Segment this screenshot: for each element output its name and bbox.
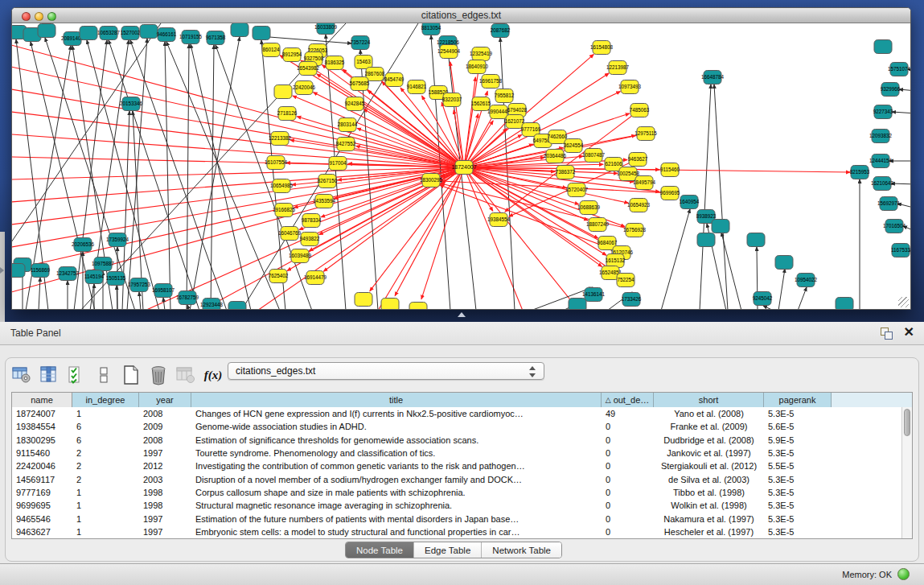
node-shape[interactable] bbox=[381, 299, 399, 310]
graph-node-teal[interactable] bbox=[569, 299, 586, 310]
graph-node-teal[interactable]: 16648784 bbox=[701, 71, 725, 84]
graph-node-yellow[interactable]: 10654923 bbox=[627, 199, 651, 212]
graph-node-teal[interactable]: 12342757 bbox=[56, 267, 80, 281]
node-shape[interactable] bbox=[140, 25, 158, 39]
graph-node-teal[interactable]: 1167533 bbox=[891, 244, 910, 257]
graph-node-yellow[interactable]: 8267150 bbox=[318, 175, 338, 188]
graph-node-teal[interactable]: 1145194 bbox=[84, 270, 105, 284]
graph-node-yellow[interactable]: 16756928 bbox=[623, 224, 647, 237]
graph-node-teal[interactable] bbox=[836, 298, 853, 310]
graph-node-yellow[interactable]: 12325419 bbox=[470, 47, 493, 61]
float-panel-icon[interactable] bbox=[881, 328, 892, 339]
graph-node-yellow[interactable] bbox=[274, 85, 292, 99]
graph-node-teal[interactable]: 15751074 bbox=[888, 63, 910, 76]
graph-node-teal[interactable]: 8215953 bbox=[850, 166, 870, 179]
table-row[interactable]: 1872400712008Changes of HCN gene express… bbox=[12, 407, 902, 420]
graph-node-yellow[interactable]: 16046769 bbox=[278, 227, 302, 241]
graph-node-teal[interactable]: 16033809 bbox=[314, 23, 338, 35]
graph-node-yellow[interactable]: 15463 bbox=[355, 56, 372, 69]
node-shape[interactable] bbox=[775, 256, 793, 270]
graph-node-yellow[interactable]: 860124 bbox=[262, 43, 280, 57]
graph-node-teal[interactable]: 17359924 bbox=[106, 233, 129, 247]
graph-node-yellow[interactable]: 10654985 bbox=[270, 179, 294, 193]
graph-node-teal[interactable] bbox=[747, 233, 765, 247]
graph-node-teal[interactable]: 1505135 bbox=[106, 272, 126, 286]
graph-node-teal[interactable]: 9466161 bbox=[157, 28, 177, 42]
graph-node-yellow[interactable]: 18807249 bbox=[586, 218, 610, 232]
select-rows-icon[interactable] bbox=[64, 363, 88, 387]
node-shape[interactable] bbox=[231, 23, 248, 37]
node-shape[interactable] bbox=[836, 298, 853, 310]
node-shape[interactable] bbox=[38, 24, 55, 38]
node-shape[interactable] bbox=[697, 233, 715, 247]
graph-node-yellow[interactable] bbox=[381, 299, 399, 310]
graph-node-teal[interactable]: 12444154 bbox=[869, 154, 893, 168]
node-shape[interactable] bbox=[274, 85, 292, 99]
table-row[interactable]: 1938455462009Genome-wide association stu… bbox=[12, 420, 902, 433]
graph-node-teal[interactable]: 9227343 bbox=[873, 105, 893, 119]
graph-node-teal[interactable] bbox=[228, 302, 246, 310]
graph-node-yellow[interactable]: 9242845 bbox=[345, 97, 365, 111]
graph-node-teal[interactable]: 9329966 bbox=[881, 83, 901, 97]
graph-node-teal[interactable]: 10653287 bbox=[97, 27, 121, 40]
graph-node-yellow[interactable]: 9699695 bbox=[660, 187, 680, 200]
graph-node-teal[interactable]: 10954022 bbox=[795, 274, 818, 287]
graph-node-teal[interactable]: 17957253 bbox=[128, 278, 151, 292]
table-selector-dropdown[interactable]: citations_edges.txt bbox=[228, 362, 544, 380]
citation-network-graph[interactable]: 2089140610653287152700294661611071915596… bbox=[12, 23, 910, 309]
graph-node-yellow[interactable]: 16543982 bbox=[297, 62, 320, 76]
table-row[interactable]: 1456911722003Disruption of a novel membe… bbox=[12, 472, 902, 485]
graph-node-yellow[interactable]: 8912954 bbox=[282, 48, 302, 62]
graph-node-yellow[interactable]: 8427552 bbox=[336, 138, 356, 151]
graph-node-yellow[interactable]: 8454749 bbox=[384, 73, 405, 87]
graph-node-teal[interactable] bbox=[712, 220, 729, 233]
graph-node-yellow[interactable]: 7485063 bbox=[630, 104, 650, 117]
graph-node-yellow[interactable]: 10688639 bbox=[577, 201, 601, 215]
graph-node-yellow[interactable]: 12544904 bbox=[437, 45, 461, 59]
tab-edge-table[interactable]: Edge Table bbox=[413, 542, 481, 558]
graph-node-yellow[interactable]: 5675685 bbox=[350, 77, 370, 91]
node-shape[interactable] bbox=[409, 303, 427, 310]
table-settings-icon[interactable] bbox=[10, 363, 34, 387]
column-header-out-degree[interactable]: △out_de… bbox=[602, 393, 654, 407]
graph-node-teal[interactable]: 16958107 bbox=[152, 284, 175, 298]
graph-node-yellow[interactable]: 12975115 bbox=[634, 127, 657, 141]
node-shape[interactable] bbox=[355, 293, 372, 307]
graph-node-teal[interactable]: 10975887 bbox=[92, 257, 115, 271]
graph-node-teal[interactable] bbox=[697, 233, 715, 247]
column-header-title[interactable]: title bbox=[191, 393, 602, 407]
table-row[interactable]: 1830029562008Estimation of significance … bbox=[12, 434, 902, 447]
graph-node-teal[interactable]: 10719155 bbox=[179, 31, 203, 44]
graph-node-yellow[interactable]: 18495794 bbox=[633, 176, 656, 190]
graph-node-yellow[interactable]: 9463627 bbox=[628, 153, 648, 167]
tab-node-table[interactable]: Node Table bbox=[346, 542, 413, 558]
graph-node-yellow[interactable]: 10973493 bbox=[618, 80, 642, 94]
graph-node-teal[interactable]: 2087682 bbox=[491, 24, 511, 38]
graph-node-yellow[interactable]: 10807487 bbox=[582, 149, 606, 163]
graph-node-yellow[interactable]: 18724007 bbox=[451, 161, 476, 175]
tab-network-table[interactable]: Network Table bbox=[481, 542, 561, 558]
graph-node-yellow[interactable]: 15720407 bbox=[565, 183, 589, 197]
panes-icon[interactable] bbox=[92, 363, 116, 387]
graph-node-yellow[interactable]: 14353594 bbox=[313, 195, 336, 208]
graph-node-teal[interactable] bbox=[140, 25, 158, 39]
graph-node-yellow[interactable]: 2803144 bbox=[338, 118, 358, 132]
graph-node-teal[interactable]: 9245042 bbox=[753, 292, 773, 306]
node-shape[interactable] bbox=[12, 264, 25, 278]
graph-node-yellow[interactable]: 16961758 bbox=[479, 75, 503, 89]
graph-node-yellow[interactable]: 9115460 bbox=[660, 163, 680, 177]
table-row[interactable]: 911546021997Tourette syndrome. Phenomeno… bbox=[12, 447, 902, 459]
column-header-pagerank[interactable]: pagerank bbox=[764, 393, 832, 407]
table-row[interactable]: 977716911998Corpus callosum shape and si… bbox=[12, 486, 902, 499]
node-shape[interactable] bbox=[228, 302, 246, 310]
node-shape[interactable] bbox=[874, 40, 892, 54]
graph-node-teal[interactable] bbox=[253, 27, 270, 40]
graph-node-yellow[interactable]: 1615132 bbox=[606, 254, 626, 268]
graph-node-yellow[interactable]: 917004 bbox=[329, 157, 347, 171]
graph-node-teal[interactable]: 17016504 bbox=[883, 220, 906, 233]
node-shape[interactable] bbox=[712, 220, 729, 233]
node-shape[interactable] bbox=[569, 299, 586, 310]
graph-node-yellow[interactable]: 9493822 bbox=[300, 233, 320, 246]
graph-node-teal[interactable] bbox=[231, 23, 248, 37]
node-shape[interactable] bbox=[80, 27, 97, 40]
